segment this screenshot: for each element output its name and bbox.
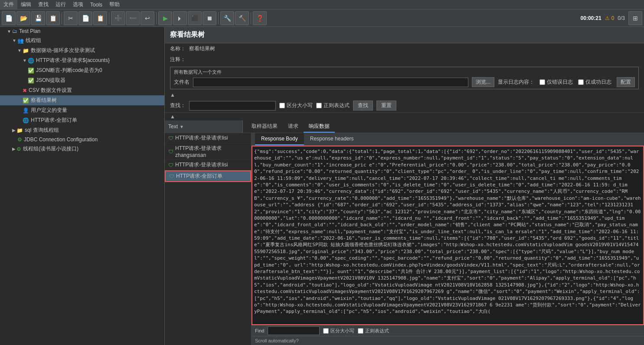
tree-item-jdbc-config[interactable]: ⚙ JDBC Connection Configuration bbox=[0, 135, 164, 144]
regex-checkbox[interactable]: 正则表达式 bbox=[316, 102, 350, 109]
tab-response-data[interactable]: 响应数据 bbox=[304, 121, 335, 133]
stop-button[interactable]: ⬛ bbox=[188, 11, 202, 25]
result-item-2[interactable]: 🛡 HTTP请求-登录请求zhangsansan bbox=[165, 143, 251, 160]
tree-item-http-login[interactable]: ▼ 🌐 HTTP请求-登录请求${accounts} bbox=[0, 55, 164, 65]
result-label-2: HTTP请求-登录请求zhangsansan bbox=[175, 145, 248, 158]
save-button[interactable]: 💾 bbox=[31, 11, 45, 25]
tree-item-result-tree[interactable]: ✅ 察看结果树 bbox=[0, 95, 164, 105]
menu-options[interactable]: 选项 bbox=[69, 0, 87, 9]
shield-icon-2: 🛡 bbox=[168, 149, 173, 155]
menu-edit[interactable]: 编辑 bbox=[17, 0, 35, 9]
config-button[interactable]: 配置 bbox=[617, 77, 635, 87]
collapse-row2: ▲ bbox=[165, 113, 644, 120]
success-log-check[interactable] bbox=[578, 79, 584, 85]
regex-check[interactable] bbox=[316, 103, 322, 108]
shears-button[interactable]: 🔧 bbox=[220, 11, 234, 25]
tab-sampler-result[interactable]: 取样器结果 bbox=[246, 121, 283, 133]
find-regex-check[interactable] bbox=[358, 328, 363, 334]
reset-button[interactable]: 重置 bbox=[376, 101, 396, 111]
case-sensitive-checkbox[interactable]: 区分大小写 bbox=[279, 102, 313, 109]
success-log-checkbox[interactable]: 仅成功日志 bbox=[578, 78, 611, 86]
expand-all-button[interactable]: ⊞ bbox=[628, 11, 642, 25]
tree-label: 用户定义的变量 bbox=[31, 107, 67, 114]
search-label: 查找： bbox=[170, 102, 186, 109]
search-button[interactable]: 查找 bbox=[353, 101, 373, 111]
result-item-3[interactable]: 🛡 HTTP请求-登录请求lisi bbox=[165, 160, 251, 170]
tree-item-test-plan[interactable]: ▼ 🗂 Test Plan bbox=[0, 27, 164, 36]
tree-label: 数据驱动-循环多次登录测试 bbox=[31, 47, 95, 54]
search-input[interactable] bbox=[189, 101, 276, 111]
browse-button[interactable]: 浏览... bbox=[472, 77, 494, 87]
new-button[interactable]: 📄 bbox=[2, 11, 16, 25]
tree-item-thread-group[interactable]: ▼ 👥 线程组 bbox=[0, 36, 164, 46]
text-selector-label: Text bbox=[168, 124, 178, 130]
open-button[interactable]: 📂 bbox=[16, 11, 30, 25]
tab-request[interactable]: 请求 bbox=[283, 121, 304, 133]
toolbar-sep4 bbox=[218, 12, 219, 24]
cut-button[interactable]: ✂ bbox=[64, 11, 78, 25]
plan-icon: 🗂 bbox=[12, 28, 17, 34]
tree-label: sql 查询线程组 bbox=[25, 127, 59, 134]
comment-row: 注释： bbox=[165, 54, 644, 65]
case-sensitive-check[interactable] bbox=[279, 103, 285, 108]
expand-icon3: ▼ bbox=[17, 48, 22, 53]
help-button[interactable]: ❓ bbox=[253, 11, 267, 25]
comment-label: 注释： bbox=[170, 56, 186, 63]
menu-run[interactable]: 运行 bbox=[52, 0, 69, 9]
start-no-pause-button[interactable]: ⏵ bbox=[173, 11, 187, 25]
find-case-check[interactable] bbox=[323, 328, 329, 334]
menu-tools[interactable]: Tools bbox=[87, 0, 106, 9]
tree-item-sql-group[interactable]: ▶ 📁 sql 查询线程组 bbox=[0, 125, 164, 135]
collapse-btn2[interactable]: ▲ bbox=[170, 114, 175, 120]
result-label-1: HTTP请求-登录请求lisi bbox=[175, 134, 228, 142]
menu-find[interactable]: 查找 bbox=[35, 0, 52, 9]
collapse-button[interactable]: ➖ bbox=[126, 11, 140, 25]
find-regex-checkbox[interactable]: 正则表达式 bbox=[358, 328, 389, 334]
error-log-checkbox[interactable]: 仅错误日志 bbox=[539, 78, 573, 86]
shield-icon-4: 🛡 bbox=[169, 173, 174, 179]
result-item-4[interactable]: 🛡 HTTP请求-全部订单 bbox=[165, 170, 251, 182]
find-input[interactable] bbox=[268, 326, 320, 335]
response-text: {"msg":"success","code":0,"data":{"total… bbox=[254, 148, 641, 315]
tree-item-data-driven[interactable]: ▼ 📁 数据驱动-循环多次登录测试 bbox=[0, 46, 164, 55]
shutdown-button[interactable]: ⏹ bbox=[203, 11, 216, 25]
text-selector[interactable]: Text ▼ bbox=[165, 120, 243, 133]
result-item-1[interactable]: 🛡 HTTP请求-登录请求lisi bbox=[165, 133, 251, 143]
tab-response-headers[interactable]: Response headers bbox=[304, 133, 360, 145]
tree-item-csv-config[interactable]: ✖ CSV 数据文件设置 bbox=[0, 85, 164, 95]
tree-item-http-orders[interactable]: 🌐 HTTP请求-全部订单 bbox=[0, 115, 164, 125]
start-button[interactable]: ▶ bbox=[158, 11, 172, 25]
log-options: 显示日志内容： 仅错误日志 仅成功日志 配置 bbox=[498, 77, 635, 87]
error-log-check[interactable] bbox=[539, 79, 545, 85]
scroll-note[interactable]: Scroll automatically? bbox=[252, 336, 644, 345]
file-input[interactable] bbox=[193, 78, 468, 87]
name-row: 名称： 察看结果树 bbox=[165, 43, 644, 54]
tree-item-json-extractor[interactable]: ✅ JSON提取器 bbox=[0, 75, 164, 85]
menu-file[interactable]: 文件 bbox=[0, 0, 17, 9]
warning-icon: ⚠ bbox=[605, 15, 610, 21]
tree-item-thread-group2[interactable]: ▶ ⚙ 线程组(读书屋小说接口) bbox=[0, 144, 164, 154]
remote-start-button[interactable]: 🔨 bbox=[235, 11, 249, 25]
save-as-button[interactable]: 📋 bbox=[46, 11, 60, 25]
jdbc-icon: ⚙ bbox=[17, 137, 22, 143]
paste-button[interactable]: 📋 bbox=[93, 11, 107, 25]
tree-item-json-assert[interactable]: ✅ JSON断言-判断code是否为0 bbox=[0, 65, 164, 75]
right-panel: 察看结果树 名称： 察看结果树 注释： 所有数据写入一个文件 文件名 浏览...… bbox=[165, 27, 644, 345]
select-arrow-icon: ▼ bbox=[180, 124, 184, 129]
warning-area: ⚠ 0 bbox=[605, 15, 615, 21]
http-icon: 🌐 bbox=[28, 58, 34, 64]
response-body[interactable]: {"msg":"success","code":0,"data":{"total… bbox=[252, 146, 644, 325]
result-label-3: HTTP请求-登录请求lisi bbox=[175, 161, 228, 169]
find-case-checkbox[interactable]: 区分大小写 bbox=[323, 328, 354, 334]
tab-response-body[interactable]: Response Body bbox=[255, 133, 304, 145]
right-content: Response Body Response headers {"msg":"s… bbox=[252, 133, 644, 345]
expand-button[interactable]: ➕ bbox=[111, 11, 125, 25]
copy-button[interactable]: 📄 bbox=[78, 11, 92, 25]
menu-help[interactable]: 帮助 bbox=[106, 0, 123, 9]
tree-item-user-vars[interactable]: 👤 用户定义的变量 bbox=[0, 105, 164, 115]
success-log-label: 仅成功日志 bbox=[585, 78, 611, 86]
case-sensitive-label: 区分大小写 bbox=[287, 102, 313, 109]
reset-button[interactable]: ↩ bbox=[141, 11, 154, 25]
collapse-btn1[interactable]: ▲ bbox=[170, 92, 175, 98]
find-regex-label: 正则表达式 bbox=[365, 328, 389, 334]
